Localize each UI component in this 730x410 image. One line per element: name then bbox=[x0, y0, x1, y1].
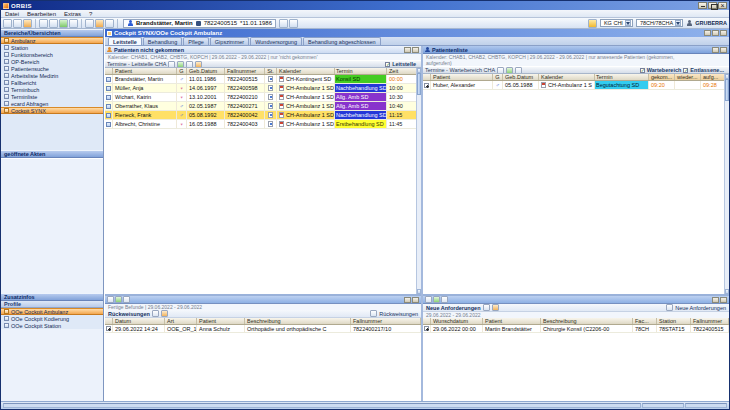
tab-behandlung-abgeschlossen[interactable]: Behandlung abgeschlossen bbox=[303, 37, 381, 45]
column-fallnummer[interactable]: Fallnummer bbox=[351, 318, 421, 324]
column-expander[interactable] bbox=[423, 318, 431, 324]
edit-icon[interactable] bbox=[152, 310, 159, 317]
profile-item-ooe-cockpit-station[interactable]: OOe Cockpit Station bbox=[1, 322, 103, 329]
row-expander[interactable] bbox=[105, 75, 113, 83]
sidebar-item-fallbericht[interactable]: Fallbericht bbox=[1, 79, 103, 86]
refresh-icon[interactable] bbox=[506, 67, 513, 74]
home-icon[interactable] bbox=[23, 19, 32, 28]
expand-plus-icon[interactable] bbox=[106, 326, 111, 331]
chart-icon[interactable] bbox=[95, 19, 104, 28]
column-patient[interactable]: Patient bbox=[431, 74, 493, 80]
refresh-icon[interactable] bbox=[177, 61, 184, 68]
row-expander[interactable] bbox=[105, 120, 113, 128]
close-button[interactable] bbox=[718, 2, 727, 9]
new-appointment-icon[interactable] bbox=[497, 67, 504, 74]
column-patient[interactable]: Patient bbox=[483, 318, 541, 324]
profile-item-ooe-cockpit-ambulanz[interactable]: OOe Cockpit Ambulanz bbox=[1, 308, 103, 315]
column-art[interactable]: Art bbox=[165, 318, 197, 324]
settings-icon[interactable] bbox=[105, 19, 114, 28]
grid-icon[interactable] bbox=[107, 296, 114, 303]
column-case-number[interactable]: Fallnummer bbox=[225, 68, 265, 74]
panel-close-button[interactable] bbox=[720, 30, 727, 36]
column-gender[interactable]: G bbox=[177, 68, 187, 74]
tab-behandlung[interactable]: Behandlung bbox=[143, 37, 182, 45]
column-termin[interactable]: Termin bbox=[595, 74, 649, 80]
rueckweisung-row[interactable]: 29.06.2022 14:24 OOE_OR_1 Anna Schulz Or… bbox=[105, 325, 421, 333]
menu-datei[interactable]: Datei bbox=[5, 11, 19, 17]
new-appointment-icon[interactable] bbox=[168, 61, 175, 68]
refresh-icon[interactable] bbox=[59, 19, 68, 28]
patient-banner[interactable]: Brandstätter, Martin 7822400515 *11.01.1… bbox=[123, 19, 276, 28]
column-expander[interactable] bbox=[423, 74, 431, 80]
unit-combobox[interactable]: 78CH/78CHA bbox=[636, 19, 683, 27]
vertical-scrollbar[interactable] bbox=[724, 74, 729, 294]
panel-maximize-button[interactable] bbox=[712, 30, 719, 36]
column-wiedervorstellung[interactable]: wieder... bbox=[675, 74, 701, 80]
tab-wundversorgung[interactable]: Wundversorgung bbox=[250, 37, 302, 45]
panel-minimize-button[interactable] bbox=[704, 30, 711, 36]
list-icon[interactable] bbox=[123, 296, 130, 303]
refresh-icon[interactable] bbox=[433, 296, 440, 303]
back-icon[interactable] bbox=[3, 19, 12, 28]
expand-plus-icon[interactable] bbox=[424, 326, 429, 331]
row-expander[interactable] bbox=[423, 81, 431, 89]
forward-icon[interactable] bbox=[13, 19, 22, 28]
column-termin[interactable]: Termin bbox=[335, 68, 387, 74]
sidebar-item-patientensuche[interactable]: Patientensuche bbox=[1, 65, 103, 72]
appointment-row[interactable]: Oberrather, Klaus ♂ 02.05.1987 782240027… bbox=[105, 102, 421, 111]
column-beschreibung[interactable]: Beschreibung bbox=[541, 318, 633, 324]
department-combobox[interactable]: KG CHI bbox=[600, 19, 633, 27]
row-expander[interactable] bbox=[105, 325, 113, 332]
row-expander[interactable] bbox=[105, 93, 113, 101]
anforderung-row[interactable]: 29.06.2022 00:00 Martin Brandstätter Chi… bbox=[423, 325, 729, 333]
tab-gipszimmer[interactable]: Gipszimmer bbox=[210, 37, 249, 45]
wartebereich-row[interactable]: Huber, Alexander ♂ 05.05.1988 CH-Ambulan… bbox=[423, 81, 729, 90]
appointment-row[interactable]: Wichart, Katrin ♀ 13.10.2001 7822400210 … bbox=[105, 93, 421, 102]
row-expander[interactable] bbox=[105, 84, 113, 92]
pane-refresh-button[interactable] bbox=[720, 47, 727, 53]
menu-bearbeiten[interactable]: Bearbeiten bbox=[27, 11, 56, 17]
refresh-icon[interactable] bbox=[115, 296, 122, 303]
filter-icon[interactable] bbox=[195, 61, 202, 68]
entlassene-checkbox[interactable] bbox=[683, 68, 688, 73]
record-icon[interactable] bbox=[279, 19, 288, 28]
column-fach[interactable]: Fac... bbox=[633, 318, 657, 324]
column-birthdate[interactable]: Geb.Datum bbox=[503, 74, 539, 80]
scroll-down-button[interactable] bbox=[725, 289, 729, 294]
sidebar-item-station[interactable]: Station bbox=[1, 44, 103, 51]
tab-pflege[interactable]: Pflege bbox=[183, 37, 209, 45]
panel-pin-button[interactable] bbox=[712, 297, 719, 303]
column-calendar[interactable]: Kalender bbox=[277, 68, 335, 74]
menu-help[interactable]: ? bbox=[89, 11, 92, 17]
column-wunschdatum[interactable]: Wunschdatum bbox=[431, 318, 483, 324]
leitstelle-checkbox[interactable] bbox=[385, 62, 390, 67]
pane-options-button[interactable] bbox=[712, 47, 719, 53]
column-expander[interactable] bbox=[105, 318, 113, 324]
column-beschreibung[interactable]: Beschreibung bbox=[245, 318, 351, 324]
column-birthdate[interactable]: Geb.Datum bbox=[187, 68, 225, 74]
calendar-icon[interactable] bbox=[289, 19, 298, 28]
filter-icon[interactable] bbox=[161, 310, 168, 317]
column-gender[interactable]: G bbox=[493, 74, 503, 80]
document-icon[interactable] bbox=[85, 19, 94, 28]
row-expander[interactable] bbox=[423, 325, 431, 332]
column-patient[interactable]: Patient bbox=[113, 68, 177, 74]
print-icon[interactable] bbox=[49, 19, 58, 28]
sidebar-item-ecard-abfragen[interactable]: ecard Abfragen bbox=[1, 100, 103, 107]
vertical-scrollbar[interactable] bbox=[416, 68, 421, 294]
row-expander[interactable] bbox=[105, 102, 113, 110]
panel-close-button[interactable] bbox=[412, 297, 419, 303]
wartebereich-checkbox[interactable] bbox=[640, 68, 645, 73]
column-gekommen[interactable]: gekom... bbox=[649, 74, 675, 80]
appointment-row[interactable]: Müller, Anja ♀ 14.06.1997 7822400598 CH-… bbox=[105, 84, 421, 93]
menu-extras[interactable]: Extras bbox=[64, 11, 81, 17]
sidebar-item-funktionsbereich[interactable]: Funktionsbereich bbox=[1, 51, 103, 58]
scroll-thumb[interactable] bbox=[417, 73, 421, 95]
column-status[interactable]: St. bbox=[265, 68, 277, 74]
edit-icon[interactable] bbox=[483, 304, 490, 311]
appointment-row[interactable]: Brandstätter, Martin ♂ 11.01.1986 782240… bbox=[105, 75, 421, 84]
sidebar-item-terminliste[interactable]: Terminliste bbox=[1, 93, 103, 100]
pane-options-button[interactable] bbox=[404, 47, 411, 53]
column-datum[interactable]: Datum bbox=[113, 318, 165, 324]
sidebar-item-ambulanz[interactable]: Ambulanz bbox=[1, 37, 103, 44]
